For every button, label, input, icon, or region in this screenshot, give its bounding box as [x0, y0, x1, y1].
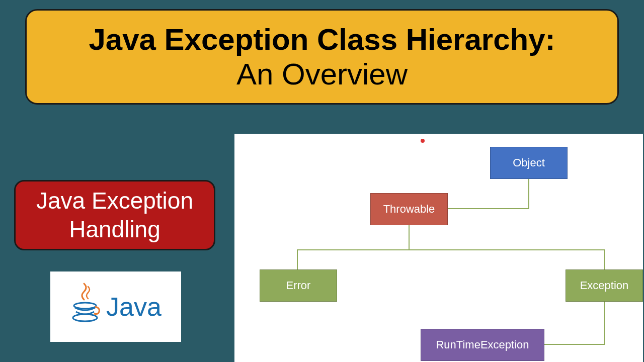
- svg-point-1: [73, 314, 97, 321]
- connector: [528, 179, 529, 209]
- node-label: Error: [286, 279, 311, 292]
- java-cup-icon: [70, 281, 100, 333]
- node-label: Exception: [580, 279, 629, 292]
- node-label: RunTimeException: [436, 338, 529, 351]
- node-object: Object: [490, 147, 568, 179]
- subtitle-banner: Java Exception Handling: [14, 180, 215, 250]
- subtitle-line-2: Handling: [69, 215, 160, 244]
- node-error: Error: [260, 269, 337, 302]
- node-exception: Exception: [566, 269, 643, 302]
- java-logo: Java: [50, 272, 181, 342]
- connector: [297, 249, 605, 250]
- subtitle-line-1: Java Exception: [36, 187, 193, 216]
- connector: [297, 249, 298, 269]
- connector: [448, 208, 529, 209]
- connector: [409, 225, 410, 250]
- title-line-1: Java Exception Class Hierarchy:: [89, 22, 555, 57]
- pointer-dot-icon: [421, 139, 425, 143]
- java-logo-text: Java: [106, 292, 162, 322]
- svg-point-0: [74, 303, 96, 309]
- node-runtimeexception: RunTimeException: [421, 329, 544, 361]
- title-line-2: An Overview: [236, 57, 408, 92]
- title-banner: Java Exception Class Hierarchy: An Overv…: [25, 9, 619, 105]
- node-throwable: Throwable: [370, 193, 448, 225]
- hierarchy-diagram: Object Throwable Error Exception RunTime…: [234, 134, 643, 362]
- connector: [604, 302, 605, 345]
- connector: [544, 344, 605, 345]
- connector: [604, 249, 605, 269]
- node-label: Object: [513, 156, 545, 169]
- node-label: Throwable: [383, 203, 435, 216]
